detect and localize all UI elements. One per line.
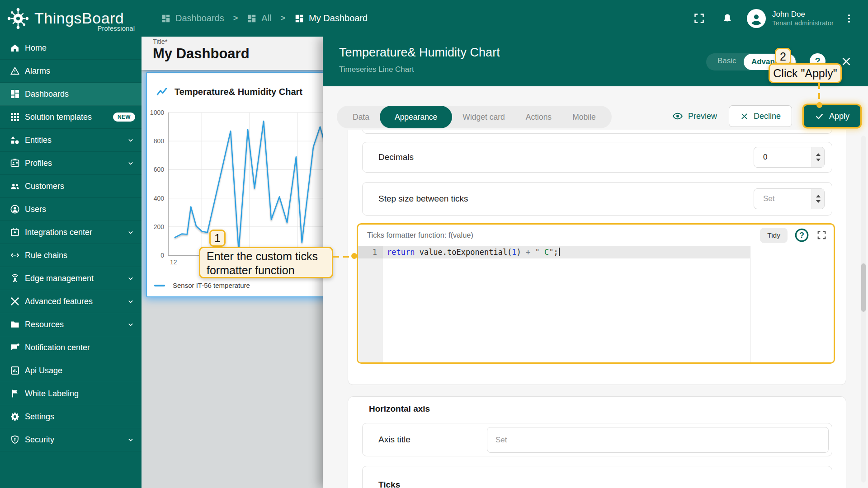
dashboard-grid-icon bbox=[294, 14, 304, 23]
step-size-label: Step size between ticks bbox=[378, 194, 468, 204]
stepper-down-icon[interactable] bbox=[816, 200, 821, 203]
sidebar-nav: HomeAlarmsDashboardsSolution templatesNE… bbox=[0, 37, 142, 451]
users-icon bbox=[9, 204, 20, 215]
chevron-down-icon bbox=[126, 297, 135, 306]
help-icon[interactable]: ? bbox=[794, 228, 809, 243]
avatar[interactable] bbox=[747, 9, 766, 28]
annotation-1-connector-dot bbox=[351, 253, 357, 259]
sidebar-item-label: Users bbox=[25, 205, 135, 214]
chevron-down-icon bbox=[126, 136, 135, 145]
x-icon bbox=[740, 112, 749, 121]
advanced-features-icon bbox=[9, 296, 20, 307]
profiles-icon bbox=[9, 158, 20, 169]
sidebar-item-ent-ities[interactable]: Ent​ities bbox=[0, 129, 142, 152]
sidebar-item-rule-chains[interactable]: Rule chains bbox=[0, 244, 142, 267]
tab-appearance[interactable]: Appearance bbox=[380, 106, 452, 128]
sidebar-item-resources[interactable]: Resources bbox=[0, 313, 142, 336]
stepper-up-icon[interactable] bbox=[816, 195, 821, 197]
sidebar-item-label: Customers bbox=[25, 182, 135, 191]
resources-icon bbox=[9, 319, 20, 330]
settings-scroll-area[interactable]: Decimals 0 Step size between ticks Set bbox=[323, 130, 868, 488]
sidebar-item-integrations-center[interactable]: Integrations center bbox=[0, 221, 142, 244]
sidebar-item-customers[interactable]: Customers bbox=[0, 175, 142, 198]
tab-actions[interactable]: Actions bbox=[515, 106, 562, 128]
close-icon[interactable] bbox=[840, 56, 852, 67]
sidebar-item-white-labeling[interactable]: White Labeling bbox=[0, 382, 142, 405]
ticks-formatter-label: Ticks formatter function: f(value) bbox=[367, 231, 473, 239]
sidebar-item-label: Solution templates bbox=[25, 113, 113, 122]
tidy-button[interactable]: Tidy bbox=[760, 228, 788, 243]
fullscreen-icon[interactable] bbox=[693, 12, 705, 24]
dashboard-grid-icon bbox=[247, 14, 257, 23]
settings-tabs: DataAppearanceWidget cardActionsMobile bbox=[337, 106, 612, 128]
preview-button[interactable]: Preview bbox=[672, 111, 717, 122]
step-size-stepper[interactable] bbox=[811, 189, 824, 209]
sidebar-item-security[interactable]: Security bbox=[0, 428, 142, 451]
annotation-2-connector-dot bbox=[816, 102, 822, 108]
tab-data[interactable]: Data bbox=[342, 106, 380, 128]
code-token-keyword: return bbox=[387, 248, 415, 257]
line-number: 1 bbox=[358, 246, 383, 258]
dashboard-title-input[interactable]: My Dashboard bbox=[153, 46, 323, 62]
decimals-input[interactable]: 0 bbox=[754, 147, 825, 168]
kebab-menu-icon[interactable] bbox=[844, 13, 854, 24]
sidebar-item-solution-templates[interactable]: Solution templatesNEW bbox=[0, 106, 142, 129]
text-cursor bbox=[559, 248, 560, 256]
svg-text:600: 600 bbox=[154, 166, 165, 173]
sidebar-item-api-usage[interactable]: Api Usage bbox=[0, 359, 142, 382]
decline-button[interactable]: Decline bbox=[729, 105, 792, 127]
breadcrumb-item-my-dashboard[interactable]: My Dashboard bbox=[294, 13, 368, 23]
user-menu[interactable]: John Doe Tenant administrator bbox=[772, 9, 834, 28]
sidebar-item-label: Integrations center bbox=[25, 228, 126, 237]
notifications-bell-icon[interactable] bbox=[722, 13, 733, 24]
sidebar-item-label: Settings bbox=[25, 412, 135, 422]
ticks-formatter-header: Ticks formatter function: f(value) Tidy … bbox=[358, 225, 834, 246]
scrollbar-track[interactable] bbox=[861, 136, 866, 483]
sidebar-item-settings[interactable]: Settings bbox=[0, 405, 142, 428]
tab-mobile[interactable]: Mobile bbox=[562, 106, 606, 128]
legend-series-dash bbox=[154, 285, 165, 286]
sidebar-item-dashboards[interactable]: Dashboards bbox=[0, 83, 142, 106]
stepper-up-icon[interactable] bbox=[816, 153, 821, 156]
svg-text:800: 800 bbox=[154, 137, 165, 145]
home-icon bbox=[9, 42, 20, 53]
code-line[interactable]: return value.toExponential(1) + " C"; bbox=[387, 246, 560, 258]
chevron-down-icon bbox=[126, 435, 135, 444]
step-size-input[interactable]: Set bbox=[754, 188, 825, 209]
settings-icon bbox=[9, 411, 20, 422]
sidebar-item-home[interactable]: Home bbox=[0, 37, 142, 60]
expand-icon[interactable] bbox=[816, 230, 827, 241]
sidebar-item-advanced-features[interactable]: Advanced features bbox=[0, 290, 142, 313]
svg-text:1000: 1000 bbox=[150, 109, 164, 116]
sidebar-item-users[interactable]: Users bbox=[0, 198, 142, 221]
apply-button[interactable]: Apply bbox=[804, 105, 860, 127]
annotation-step-2-badge: 2 bbox=[775, 48, 791, 65]
scrollbar-thumb[interactable] bbox=[861, 263, 866, 312]
breadcrumb-item-dashboards[interactable]: Dashboards bbox=[161, 13, 224, 23]
app-logo[interactable]: ThingsBoard Professional bbox=[0, 0, 142, 37]
dashboard-title-panel: Title* My Dashboard bbox=[142, 37, 323, 70]
axis-title-input[interactable]: Set bbox=[487, 427, 829, 453]
mode-toggle-basic[interactable]: Basic bbox=[717, 56, 736, 66]
widget-settings-subtitle: Timeseries Line Chart bbox=[339, 65, 414, 74]
chart-legend[interactable]: Sensor IT-56 temperature bbox=[154, 282, 250, 289]
sidebar-item-alarms[interactable]: Alarms bbox=[0, 60, 142, 83]
sidebar-item-notification-center[interactable]: Notification center bbox=[0, 336, 142, 359]
code-editor[interactable]: 1 return value.toExponential(1) + " C"; bbox=[358, 246, 834, 362]
step-size-row: Step size between ticks Set bbox=[362, 182, 832, 216]
svg-text:?: ? bbox=[799, 231, 804, 240]
sidebar-item-profiles[interactable]: Profiles bbox=[0, 152, 142, 175]
sidebar-item-label: Api Usage bbox=[25, 366, 135, 375]
stepper-down-icon[interactable] bbox=[816, 159, 821, 161]
sidebar-item-label: Resources bbox=[25, 320, 126, 329]
svg-text:0: 0 bbox=[160, 252, 164, 259]
widget-title-row: Temperature& Humidity Chart bbox=[156, 85, 302, 98]
decimals-stepper[interactable] bbox=[811, 147, 824, 167]
tab-widget-card[interactable]: Widget card bbox=[452, 106, 515, 128]
chevron-down-icon bbox=[126, 228, 135, 237]
thingsboard-app: ThingsBoard Professional HomeAlarmsDashb… bbox=[0, 0, 868, 488]
edge-management-icon bbox=[9, 273, 20, 284]
breadcrumb-item-all[interactable]: All bbox=[247, 13, 271, 23]
svg-text:400: 400 bbox=[154, 195, 165, 202]
sidebar-item-edge-management[interactable]: Edge management bbox=[0, 267, 142, 290]
